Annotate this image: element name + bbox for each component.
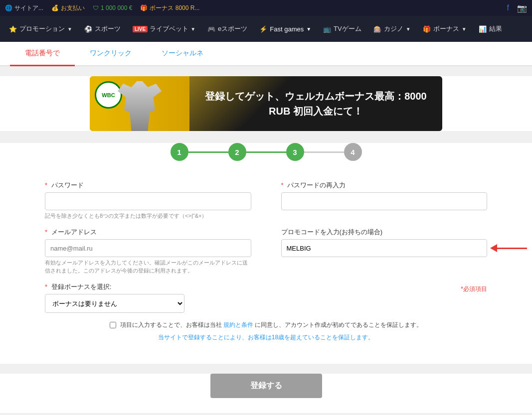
terms-checkbox[interactable] — [110, 322, 116, 328]
bonus-row: * 登録ボーナスを選択: ボーナスは要りません *必須項目 — [45, 282, 487, 313]
step-4: 4 — [344, 143, 362, 161]
instagram-link[interactable]: 📷 — [517, 3, 527, 13]
facebook-link[interactable]: f — [507, 3, 509, 12]
password-confirm-group: * パスワードの再入力 — [281, 181, 488, 220]
nav-fast-games[interactable]: ⚡ Fast games ▼ — [254, 22, 316, 36]
promo-label: プロモコードを入力(お持ちの場合) — [281, 228, 488, 237]
promo-container — [281, 239, 488, 257]
password-label: * パスワード — [45, 181, 251, 190]
email-label: * メールアドレス — [45, 228, 251, 237]
tab-oneclick[interactable]: ワンクリック — [75, 42, 147, 66]
tv-icon: 📺 — [323, 25, 331, 33]
nav-live-bet[interactable]: LIVE ライブベット ▼ — [128, 21, 200, 36]
email-promo-row: * メールアドレス 有効なメールアドレスを入力してください。確認メールがこのメー… — [45, 228, 487, 275]
amount-display: 🛡 1 000 000 € — [93, 4, 132, 11]
soccer-icon: ⚽ — [84, 25, 92, 33]
payment-link[interactable]: 💰 お支払い — [51, 4, 85, 12]
esports-icon: 🎮 — [207, 25, 215, 33]
checkbox-text: 項目に入力することで、お客様は当社 規約と条件 に同意し、アカウント作成が初めて… — [120, 321, 423, 329]
site-link[interactable]: 🌐 サイトア... — [5, 4, 43, 12]
tab-social[interactable]: ソーシャルネ — [147, 42, 218, 66]
step-3: 3 — [286, 143, 304, 161]
chevron-down-icon: ▼ — [462, 26, 467, 32]
password-row: * パスワード 記号を除き少なくとも8つの文字または数字が必要です（<>|"&+… — [45, 181, 487, 220]
promo-arrow — [491, 244, 527, 252]
bonus-group: * 登録ボーナスを選択: ボーナスは要りません — [45, 282, 251, 313]
email-hint: 有効なメールアドレスを入力してください。確認メールがこのメールアドレスに送信され… — [45, 259, 251, 275]
nav-bonus[interactable]: 🎁 ボーナス ▼ — [418, 21, 472, 36]
required-note-group: *必須項目 — [281, 282, 488, 293]
lightning-icon: ⚡ — [259, 25, 267, 33]
nav-tv-games[interactable]: 📺 TVゲーム — [318, 21, 366, 36]
nav-esports[interactable]: 🎮 eスポーツ — [202, 21, 252, 36]
password-input[interactable] — [45, 192, 251, 210]
gift-icon: 🎁 — [140, 4, 148, 11]
step-indicator: 1 2 3 4 — [0, 143, 532, 161]
email-input[interactable] — [45, 239, 251, 257]
arrow-head-icon — [490, 244, 497, 252]
terms-section: 項目に入力することで、お客様は当社 規約と条件 に同意し、アカウント作成が初めて… — [45, 321, 487, 342]
registration-tabs: 電話番号で ワンクリック ソーシャルネ — [0, 42, 532, 66]
nav-bar: ⭐ プロモーション ▼ ⚽ スポーツ LIVE ライブベット ▼ 🎮 eスポーツ… — [0, 16, 532, 42]
casino-icon: 🎰 — [373, 25, 381, 33]
star-icon: ⭐ — [9, 25, 17, 33]
nav-promotions[interactable]: ⭐ プロモーション ▼ — [4, 21, 77, 36]
step-line-3-4 — [304, 151, 344, 153]
tab-phone[interactable]: 電話番号で — [10, 42, 75, 66]
register-section: 登録する — [0, 374, 532, 413]
password-hint: 記号を除き少なくとも8つの文字または数字が必要です（<>|"&+） — [45, 212, 251, 220]
bonus-display[interactable]: 🎁 ボーナス 8000 R... — [140, 4, 199, 12]
payment-icon: 💰 — [51, 4, 59, 11]
step-line-1-2 — [188, 151, 228, 153]
password-group: * パスワード 記号を除き少なくとも8つの文字または数字が必要です（<>|"&+… — [45, 181, 251, 220]
shield-icon: 🛡 — [93, 4, 99, 11]
step-1: 1 — [171, 143, 188, 161]
registration-form: * パスワード 記号を除き少なくとも8つの文字または数字が必要です（<>|"&+… — [0, 171, 532, 364]
nav-results[interactable]: 📊 結果 — [474, 21, 507, 36]
promo-group: プロモコードを入力(お持ちの場合) — [281, 228, 488, 275]
checkbox-row: 項目に入力することで、お客様は当社 規約と条件 に同意し、アカウント作成が初めて… — [45, 321, 487, 329]
page-content: 電話番号で ワンクリック ソーシャルネ WBC 登録してゲット、ウェルカムボーナ… — [0, 42, 532, 413]
chevron-down-icon: ▼ — [190, 26, 195, 32]
live-badge: LIVE — [133, 26, 148, 32]
banner-text: 登録してゲット、ウェルカムボーナス最高：8000 RUB 初回入金にて！ — [189, 81, 442, 126]
nav-casino[interactable]: 🎰 カジノ ▼ — [368, 21, 416, 36]
promo-input[interactable] — [281, 239, 488, 257]
step-line-2-3 — [246, 151, 286, 153]
nav-sports[interactable]: ⚽ スポーツ — [79, 21, 126, 36]
bonus-label: * 登録ボーナスを選択: — [45, 282, 251, 291]
gift-icon: 🎁 — [423, 25, 431, 33]
results-icon: 📊 — [479, 25, 487, 33]
password-confirm-input[interactable] — [281, 192, 488, 210]
arrow-line-icon — [497, 248, 527, 249]
register-button[interactable]: 登録する — [210, 374, 322, 398]
site-icon: 🌐 — [5, 4, 12, 11]
required-note: *必須項目 — [281, 285, 488, 293]
terms-link[interactable]: 規約と条件 — [223, 321, 253, 328]
promo-banner: WBC 登録してゲット、ウェルカムボーナス最高：8000 RUB 初回入金にて！ — [90, 76, 442, 131]
password-confirm-label: * パスワードの再入力 — [281, 181, 488, 190]
top-bar: 🌐 サイトア... 💰 お支払い 🛡 1 000 000 € 🎁 ボーナス 80… — [0, 0, 532, 16]
email-group: * メールアドレス 有効なメールアドレスを入力してください。確認メールがこのメー… — [45, 228, 251, 275]
bonus-select[interactable]: ボーナスは要りません — [45, 294, 184, 313]
step-2: 2 — [228, 143, 246, 161]
chevron-down-icon: ▼ — [406, 26, 411, 32]
chevron-down-icon: ▼ — [306, 26, 311, 32]
age-notice: 当サイトで登録することにより、お客様は18歳を超えていることを保証します。 — [45, 333, 487, 342]
chevron-down-icon: ▼ — [67, 26, 72, 32]
